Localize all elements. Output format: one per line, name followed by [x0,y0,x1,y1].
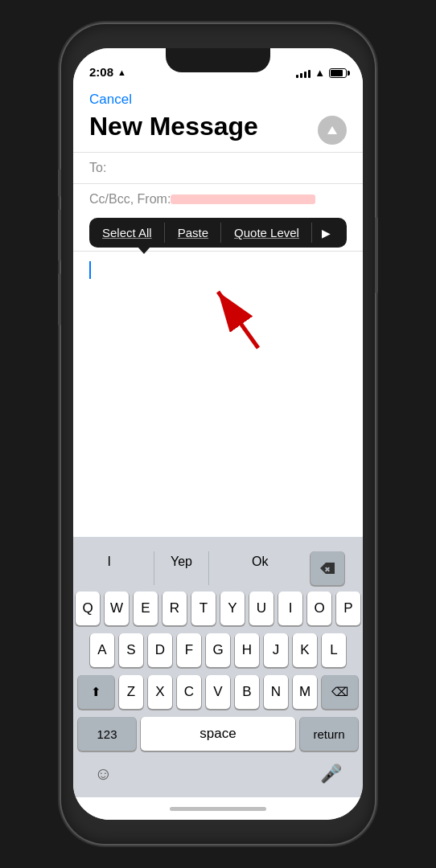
predictive-i[interactable]: I [92,551,127,585]
predictive-ok[interactable]: Ok [236,551,284,585]
key-z[interactable]: Z [119,675,143,709]
status-icons: ▲ [296,67,347,79]
key-o[interactable]: O [307,592,331,625]
key-u[interactable]: U [249,592,274,625]
phone-screen: 2:08 ▲ ▲ [73,48,363,820]
key-v[interactable]: V [206,675,230,709]
key-l[interactable]: L [322,633,346,667]
svg-line-1 [218,292,258,348]
key-b[interactable]: B [235,675,259,709]
key-y[interactable]: Y [220,592,245,625]
key-e[interactable]: E [134,592,158,625]
predictive-bar: I Yep Ok [78,545,358,592]
cc-bcc-field[interactable]: Cc/Bcc, From: [73,183,363,215]
keyboard-bottom-row: 123 space return [78,717,358,751]
key-i[interactable]: I [278,592,302,625]
key-n[interactable]: N [264,675,288,709]
power-button[interactable] [375,217,378,293]
key-s[interactable]: S [119,633,143,667]
key-q[interactable]: Q [76,592,100,625]
compose-title: New Message [89,113,258,141]
home-bar [170,807,266,811]
home-indicator [73,797,363,820]
keyboard-row-2: A S D F G H J K L [78,633,358,667]
key-p[interactable]: P [336,592,360,625]
numbers-key[interactable]: 123 [78,717,136,751]
key-d[interactable]: D [148,633,172,667]
mute-button[interactable] [58,169,61,197]
to-label: To: [89,161,154,175]
predictive-yep[interactable]: Yep [154,551,209,585]
select-all-menu-item[interactable]: Select All [89,218,165,248]
cancel-button[interactable]: Cancel [89,92,132,108]
volume-up-button[interactable] [58,209,61,261]
key-h[interactable]: H [235,633,259,667]
key-f[interactable]: F [177,633,201,667]
mail-title-section: Cancel New Message [89,92,258,152]
paste-menu-item[interactable]: Paste [165,218,221,248]
key-c[interactable]: C [177,675,201,709]
space-key[interactable]: space [141,717,295,751]
mail-header-row: Cancel New Message [89,92,347,152]
compose-area[interactable] [73,251,363,537]
quote-level-menu-item[interactable]: Quote Level [221,218,312,248]
keyboard-bottom-bar: ☺ 🎤 [78,759,358,792]
signal-icon [296,68,311,78]
key-a[interactable]: A [90,633,114,667]
mic-icon[interactable]: 🎤 [320,764,342,784]
return-key[interactable]: return [300,717,358,751]
text-cursor [89,261,91,279]
send-arrow-icon [327,126,337,134]
keyboard-row-1: Q W E R T Y U I O P [78,592,358,625]
volume-down-button[interactable] [58,273,61,326]
status-time: 2:08 ▲ [89,65,126,79]
battery-fill [331,70,343,76]
delete-key[interactable] [311,551,344,585]
key-x[interactable]: X [148,675,172,709]
key-r[interactable]: R [162,592,187,625]
phone-frame: 2:08 ▲ ▲ [61,24,375,844]
shift-key[interactable]: ⬆ [78,675,114,709]
mail-header: Cancel New Message [73,84,363,152]
key-j[interactable]: J [264,633,288,667]
battery-icon [329,68,347,78]
cc-bcc-label: Cc/Bcc, From: [89,192,171,207]
location-icon: ▲ [117,68,126,77]
send-button[interactable] [318,116,347,145]
key-m[interactable]: M [293,675,317,709]
keyboard: I Yep Ok Q W E R T Y U I O [73,537,363,797]
key-w[interactable]: W [105,592,129,625]
to-field[interactable]: To: [73,152,363,183]
emoji-icon[interactable]: ☺ [94,764,112,784]
notch-area: 2:08 ▲ ▲ [73,48,363,84]
status-bar: 2:08 ▲ ▲ [73,48,363,84]
from-address-redacted [171,194,315,204]
key-k[interactable]: K [293,633,317,667]
wifi-icon: ▲ [315,67,325,79]
more-menu-arrow[interactable]: ▶ [312,219,340,248]
keyboard-row-3: ⬆ Z X C V B N M ⌫ [78,675,358,709]
mail-content: Cancel New Message To: Cc/Bcc, From: Sel… [73,84,363,537]
backspace-key[interactable]: ⌫ [322,675,358,709]
key-g[interactable]: G [206,633,230,667]
key-t[interactable]: T [191,592,216,625]
context-menu: Select All Paste Quote Level ▶ [89,218,347,248]
